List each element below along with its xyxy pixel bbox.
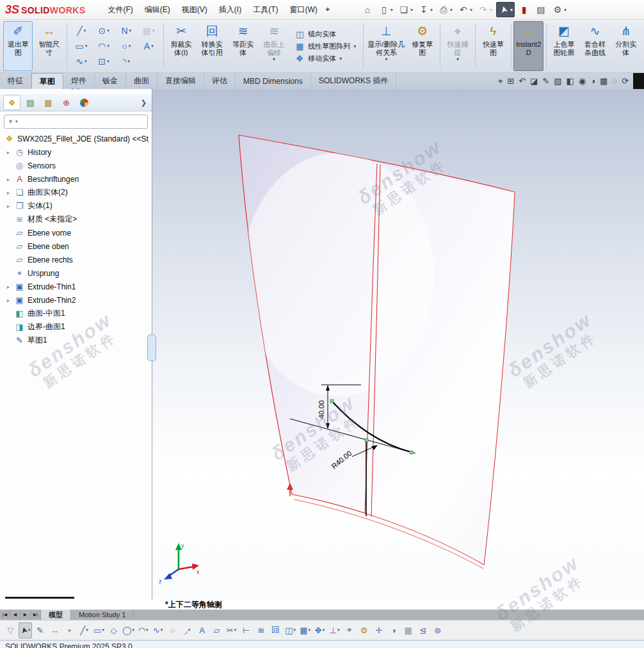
zoom-to-fit-icon[interactable]: ⌖	[498, 77, 503, 86]
quick-snaps-dropdown-caret[interactable]: ▾	[456, 57, 459, 62]
configurationmanager-tab[interactable]: ▦	[40, 95, 56, 109]
print-button[interactable]: ⎙▾	[437, 3, 454, 17]
line-tool-dropdown-caret[interactable]: ▾	[86, 628, 88, 633]
ribbon-tab-0[interactable]: 特征	[0, 73, 31, 89]
save-dropdown-caret[interactable]: ▾	[430, 7, 433, 13]
trim-tool-button[interactable]: ✂▾	[225, 622, 238, 638]
menu-item-4[interactable]: 工具(T)	[247, 1, 284, 19]
arc-tool-dropdown-caret[interactable]: ▾	[146, 628, 149, 633]
expand-arrow-icon[interactable]: ▸	[5, 149, 12, 156]
select-button[interactable]: ➤▾	[496, 2, 515, 17]
menu-item-3[interactable]: 插入(I)	[213, 1, 247, 19]
line-button[interactable]: ╱▾	[70, 23, 93, 38]
tab-nav-2[interactable]: ▶	[20, 610, 31, 620]
graphics-viewport[interactable]: 40.00 R40.00 x y z	[152, 89, 644, 599]
ribbon-tab-5[interactable]: 直接编辑	[157, 73, 204, 89]
smart-dimension-button[interactable]: ↔智能尺寸	[34, 21, 63, 71]
circle-tool-button[interactable]: ◯▾	[122, 622, 135, 638]
quick-snaps-button[interactable]: ⌖快速捕捉▾	[443, 21, 472, 71]
ribbon-tab-1[interactable]: 草图	[31, 73, 63, 89]
hide-show-items-icon[interactable]: ◉	[579, 77, 586, 86]
dimxpertmanager-tab[interactable]: ⊕	[58, 95, 74, 109]
feature-filter[interactable]: ▼ ▾	[4, 115, 148, 129]
surface-offset-dropdown-caret[interactable]: ▾	[273, 57, 275, 62]
display-relations-tool-button[interactable]: ⌖	[342, 622, 356, 638]
circle-button[interactable]: ⊙▾	[93, 23, 115, 38]
options-dropdown-caret[interactable]: ▾	[564, 7, 567, 13]
linear-sketch-pattern-dropdown-caret[interactable]: ▾	[353, 44, 356, 49]
linear-sketch-pattern-button[interactable]: ▦线性草图阵列▾	[292, 40, 358, 53]
ribbon-tab-4[interactable]: 曲面	[126, 73, 157, 89]
redo-button[interactable]: ↷▾	[476, 3, 494, 17]
propertymanager-tab[interactable]: ▤	[22, 95, 38, 109]
spline-tool-button[interactable]: ∿▾	[151, 622, 165, 638]
segment-entities-button[interactable]: ⋔分割实体	[611, 21, 641, 71]
apply-scene-icon[interactable]: ▦	[600, 77, 608, 86]
tree-item-extrude-thin2[interactable]: ▸▣Extrude-Thin2	[0, 293, 152, 307]
panel-expand-chevron[interactable]: ❯	[139, 99, 149, 107]
text-tool-button[interactable]: A	[195, 622, 209, 638]
ellipse-tool-button[interactable]: ○	[166, 622, 179, 638]
appearance-tool-button[interactable]: ◑	[387, 622, 400, 638]
new-document-dropdown-caret[interactable]: ▾	[390, 7, 393, 13]
displaymanager-tab[interactable]	[76, 95, 92, 109]
tree-item-boundary-surface1[interactable]: ◨边界-曲面1	[0, 320, 152, 334]
tree-item-history[interactable]: ▸◷History	[0, 145, 152, 159]
line-dropdown-caret[interactable]: ▾	[84, 28, 86, 33]
corner-arc-dropdown-caret[interactable]: ▾	[127, 59, 130, 64]
panel-resize-bar[interactable]	[5, 597, 74, 599]
tree-item-surface-bodies[interactable]: ▸❏曲面实体(2)	[0, 186, 152, 199]
rectangle-tool-button[interactable]: ▭▾	[92, 622, 106, 638]
move-tool-dropdown-caret[interactable]: ▾	[323, 628, 325, 633]
undo-button[interactable]: ↶▾	[456, 3, 474, 17]
menu-item-2[interactable]: 视图(V)	[176, 1, 213, 19]
move-tool-button[interactable]: ✥▾	[313, 622, 326, 638]
rectangle-dropdown-caret[interactable]: ▾	[85, 44, 88, 49]
tree-item-annotations[interactable]: ▸ABeschriftungen	[0, 172, 152, 186]
display-delete-relations-button[interactable]: ⊥显示/删除几何关系▾	[366, 21, 406, 71]
home-button[interactable]: ⌂	[360, 3, 374, 17]
featuremanager-tab[interactable]: ❖	[3, 95, 20, 110]
expand-arrow-icon[interactable]: ▸	[5, 284, 12, 290]
ribbon-tab-6[interactable]: 评估	[204, 73, 236, 89]
edit-appearance-icon[interactable]: ◑	[590, 77, 595, 86]
linear-dimension-text[interactable]: 40.00	[318, 400, 325, 419]
fillet-tool-dropdown-caret[interactable]: ▾	[188, 628, 191, 633]
instant2d-button[interactable]: ↔Instant2D	[513, 21, 543, 71]
undo-dropdown-caret[interactable]: ▾	[470, 7, 472, 13]
expand-arrow-icon[interactable]: ▸	[5, 297, 12, 304]
arc-dropdown-caret[interactable]: ▾	[108, 44, 110, 49]
dynamic-annotation-icon[interactable]: ✎	[542, 77, 549, 86]
equation-spline-button[interactable]: ∿▾	[70, 54, 93, 69]
mirror-entities-button[interactable]: ◫镜向实体	[292, 28, 358, 40]
panel-splitter-handle[interactable]	[147, 334, 156, 361]
spline-dropdown-caret[interactable]: ▾	[129, 28, 132, 33]
linear-pattern-tool-button[interactable]: ▦▾	[298, 622, 312, 638]
expand-arrow-icon[interactable]: ▸	[5, 203, 12, 209]
shaded-sketch-contours-button[interactable]: ◩上色草图轮廓	[549, 21, 579, 71]
ribbon-tab-7[interactable]: MBD Dimensions	[236, 73, 311, 89]
section-view-icon[interactable]: ◪	[530, 77, 538, 86]
point-tool-button[interactable]: ▪	[63, 622, 76, 638]
offset-entities-button[interactable]: ≋等距实体	[228, 21, 257, 71]
circle-dropdown-caret[interactable]: ▾	[107, 28, 109, 33]
corner-arc-button[interactable]: ◝▾	[115, 54, 138, 69]
task-pane-button[interactable]: ▤	[534, 3, 548, 17]
fit-spline-button[interactable]: ∿套合样条曲线	[580, 21, 609, 71]
trim-tool-dropdown-caret[interactable]: ▾	[234, 628, 237, 633]
document-tab-0[interactable]: 模型	[41, 610, 71, 620]
equation-spline-dropdown-caret[interactable]: ▾	[85, 59, 87, 64]
scene-tool-button[interactable]: ▦	[401, 622, 415, 638]
view-orientation-icon[interactable]: ▧	[554, 77, 561, 86]
repair-sketch-button[interactable]: ⚙修复草图	[408, 21, 437, 71]
convert-tool-button[interactable]: 回	[269, 622, 282, 638]
filter-input[interactable]	[19, 117, 144, 126]
smart-dimension-tool-button[interactable]: ↔	[48, 622, 61, 638]
relations-tool-button[interactable]: ⊥▾	[328, 622, 341, 638]
model-view[interactable]: 40.00 R40.00 x y z	[152, 89, 644, 599]
previous-view-icon[interactable]: ↶	[519, 77, 526, 86]
nav-end-tool-button[interactable]: ⊚	[431, 622, 444, 638]
plane-tool-button[interactable]: ▱	[210, 622, 223, 638]
line-tool-button[interactable]: ╱▾	[77, 622, 91, 638]
sketch-picture-button[interactable]: ▦▾	[138, 23, 160, 38]
